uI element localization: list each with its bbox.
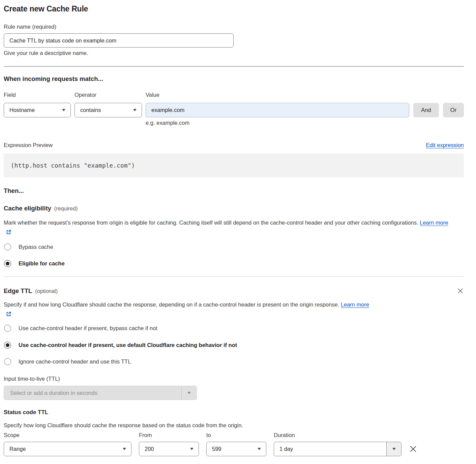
ttl-duration-select: Select or add a duration in seconds — [4, 386, 197, 400]
from-label: From — [139, 432, 199, 438]
cache-eligibility-header: Cache eligibility (required) — [4, 205, 464, 212]
status-code-ttl-title: Status code TTL — [4, 409, 464, 416]
and-button[interactable]: And — [413, 103, 439, 117]
radio-option-bypass-cache[interactable]: Bypass cache — [4, 243, 464, 251]
cache-eligibility-description-text: Mark whether the request’s response from… — [4, 220, 418, 226]
status-code-ttl-row: Scope Range From 200 to 599 — [4, 432, 464, 456]
ttl-input-label: Input time-to-live (TTL) — [4, 376, 464, 382]
page-title: Create new Cache Rule — [4, 4, 464, 13]
radio-option-use-header-default[interactable]: Use cache-control header if present, use… — [4, 342, 464, 349]
edge-ttl-header: Edge TTL (optional) — [4, 287, 464, 295]
external-link-icon — [6, 311, 11, 317]
expression-preview-code: (http.host contains "example.com") — [4, 153, 464, 177]
from-column: From 200 — [139, 432, 199, 456]
radio-dot — [6, 262, 9, 265]
radio-label: Ignore cache-control header and use this… — [19, 358, 131, 365]
expression-preview-row: Expression Preview Edit expression — [4, 142, 464, 148]
chevron-down-icon — [133, 109, 137, 111]
duration-select[interactable]: 1 day — [274, 442, 401, 456]
edge-ttl-titles: Edge TTL (optional) — [4, 287, 58, 295]
match-row: Hostname contains And Or — [4, 103, 464, 117]
duration-select-value: 1 day — [274, 442, 386, 456]
from-select[interactable]: 200 — [139, 442, 199, 456]
duration-label: Duration — [274, 432, 401, 438]
radio-label: Use cache-control header if present, byp… — [19, 325, 157, 332]
radio-button-selected[interactable] — [4, 260, 11, 267]
to-select[interactable]: 599 — [206, 442, 266, 456]
scope-column: Scope Range — [4, 432, 131, 456]
optional-badge: (optional) — [35, 288, 58, 294]
form-inner: Create new Cache Rule Rule name (require… — [4, 4, 464, 456]
section-divider — [4, 66, 464, 67]
rule-name-input[interactable] — [4, 33, 234, 48]
status-code-ttl-description: Specify how long Cloudflare should cache… — [4, 422, 464, 429]
radio-button-unselected[interactable] — [4, 358, 11, 365]
scope-label: Scope — [4, 432, 131, 438]
to-column: to 599 — [206, 432, 266, 456]
from-select-value: 200 — [145, 446, 154, 452]
scope-select-value: Range — [9, 446, 26, 452]
duration-arrow-button[interactable] — [386, 442, 401, 456]
or-button[interactable]: Or — [443, 103, 464, 117]
radio-option-ignore-header[interactable]: Ignore cache-control header and use this… — [4, 358, 464, 365]
edge-ttl-close-button[interactable] — [457, 287, 464, 294]
external-link-icon — [6, 229, 11, 235]
radio-dot — [6, 343, 9, 347]
edit-expression-link[interactable]: Edit expression — [426, 142, 464, 148]
chevron-down-icon — [258, 448, 261, 450]
cache-eligibility-title: Cache eligibility — [4, 205, 51, 212]
match-heading: When incoming requests match... — [4, 75, 464, 83]
rule-name-label: Rule name (required) — [4, 24, 464, 30]
ttl-duration-arrow-button — [181, 386, 197, 400]
to-label: to — [206, 432, 266, 438]
radio-button-unselected[interactable] — [4, 325, 11, 332]
cache-eligibility-description: Mark whether the request’s response from… — [4, 218, 455, 237]
close-icon — [457, 287, 464, 294]
chevron-down-icon — [187, 392, 191, 394]
learn-more-link[interactable]: Learn more — [420, 220, 448, 226]
value-hint: e.g. example.com — [146, 120, 464, 126]
status-row-delete-button[interactable] — [409, 445, 417, 453]
scope-select[interactable]: Range — [4, 442, 131, 456]
learn-more-link[interactable]: Learn more — [341, 301, 369, 308]
then-heading: Then... — [4, 187, 464, 195]
chevron-down-icon — [62, 109, 65, 111]
radio-button-unselected[interactable] — [4, 243, 11, 251]
radio-label: Eligible for cache — [19, 260, 65, 267]
field-label: Field — [4, 92, 75, 98]
radio-label: Bypass cache — [19, 243, 53, 251]
edge-ttl-description: Specify if and how long Cloudflare shoul… — [4, 300, 375, 319]
radio-option-use-header-bypass[interactable]: Use cache-control header if present, byp… — [4, 325, 464, 332]
value-input[interactable] — [146, 103, 409, 117]
operator-select[interactable]: contains — [75, 103, 142, 117]
expression-code-text: (http.host contains "example.com") — [11, 162, 135, 169]
expression-preview-label: Expression Preview — [4, 142, 53, 148]
field-select-value: Hostname — [9, 107, 35, 113]
field-select[interactable]: Hostname — [4, 103, 71, 117]
chevron-down-icon — [123, 448, 126, 450]
radio-button-selected[interactable] — [4, 342, 11, 349]
duration-column: Duration 1 day — [274, 432, 401, 456]
value-label: Value — [146, 92, 159, 98]
match-labels-row: Field Operator Value — [4, 92, 464, 98]
chevron-down-icon — [392, 448, 396, 450]
section-divider — [4, 277, 464, 277]
operator-label: Operator — [75, 92, 146, 98]
required-badge: (required) — [54, 206, 78, 212]
ttl-duration-placeholder: Select or add a duration in seconds — [4, 386, 181, 400]
operator-select-value: contains — [80, 107, 101, 113]
chevron-down-icon — [190, 448, 194, 450]
edge-ttl-description-text: Specify if and how long Cloudflare shoul… — [4, 301, 339, 308]
edge-ttl-title: Edge TTL — [4, 287, 32, 295]
rule-name-help: Give your rule a descriptive name. — [4, 50, 464, 56]
radio-label: Use cache-control header if present, use… — [19, 342, 237, 349]
radio-option-eligible-for-cache[interactable]: Eligible for cache — [4, 260, 464, 267]
to-select-value: 599 — [212, 446, 221, 452]
close-icon — [409, 445, 417, 453]
create-cache-rule-form: Create new Cache Rule Rule name (require… — [0, 0, 476, 456]
